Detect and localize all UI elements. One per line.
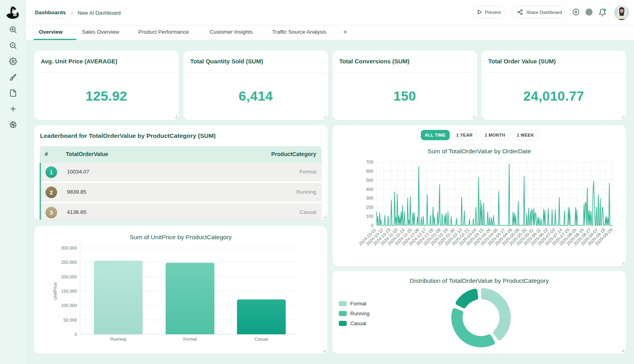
svg-text:700: 700 — [366, 160, 373, 164]
svg-text:Casual: Casual — [254, 337, 268, 341]
svg-text:400: 400 — [366, 187, 373, 192]
svg-text:500: 500 — [366, 178, 373, 183]
svg-text:0: 0 — [371, 223, 373, 228]
svg-text:300,000: 300,000 — [61, 246, 77, 250]
svg-text:Formal: Formal — [183, 337, 197, 341]
svg-text:100: 100 — [366, 214, 373, 219]
svg-text:200,000: 200,000 — [61, 274, 77, 279]
svg-text:100,000: 100,000 — [61, 303, 77, 308]
svg-text:250,000: 250,000 — [61, 260, 77, 265]
svg-text:200: 200 — [366, 205, 373, 210]
svg-text:50,000: 50,000 — [63, 318, 77, 322]
svg-text:600: 600 — [366, 169, 373, 173]
svg-text:150,000: 150,000 — [61, 289, 77, 293]
svg-text:300: 300 — [366, 196, 373, 200]
svg-text:0: 0 — [74, 332, 77, 337]
svg-text:Running: Running — [110, 337, 126, 341]
svg-text:UnitPrice: UnitPrice — [53, 282, 57, 300]
